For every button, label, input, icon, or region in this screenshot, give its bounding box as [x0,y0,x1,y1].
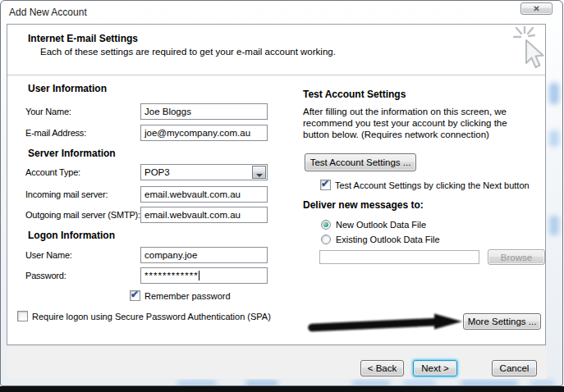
glass-reflection [352,381,390,386]
next-button[interactable]: Next > [413,360,457,376]
server-information-heading: Server Information [28,148,116,159]
incoming-server-input[interactable] [140,186,268,203]
page-subtitle: Each of these settings are required to g… [40,47,336,57]
user-name-label: User Name: [25,250,72,260]
dropdown-button[interactable] [252,166,266,179]
remember-password-label: Remember password [144,291,231,301]
glass-reflection [461,381,518,386]
password-label: Password: [25,271,66,280]
spa-label: Require logon using Secure Password Auth… [32,312,271,321]
footer-bar: < Back Next > Cancel [7,345,547,379]
test-account-settings-button[interactable]: Test Account Settings ... [305,153,416,171]
existing-data-file-label: Existing Outlook Data File [336,235,440,244]
background-strip [0,386,564,392]
back-button[interactable]: < Back [360,360,404,376]
email-address-input[interactable] [140,125,268,141]
more-settings-button[interactable]: More Settings ... [463,313,541,330]
password-input[interactable]: ************ [140,267,268,284]
new-data-file-label: New Outlook Data File [336,220,426,230]
data-file-path-input[interactable] [319,250,479,264]
user-name-input[interactable] [140,247,268,263]
chevron-down-icon [256,174,263,177]
glass-reflection [530,381,555,386]
annotation-arrow-icon [303,312,470,335]
text-caret [199,271,199,280]
titlebar: Add New Account ✕ [1,1,562,24]
your-name-input[interactable] [140,103,268,120]
glass-reflection [549,216,559,235]
outgoing-server-label: Outgoing mail server (SMTP): [25,210,140,220]
logon-information-heading: Logon Information [28,230,115,241]
check-icon: ✔ [131,289,139,300]
existing-data-file-radio[interactable] [321,235,331,244]
incoming-server-label: Incoming mail server: [25,189,108,199]
header-divider [7,75,545,75]
close-button[interactable]: ✕ [520,2,553,15]
test-account-settings-heading: Test Account Settings [303,89,406,100]
spa-checkbox[interactable] [17,311,28,321]
new-data-file-radio[interactable] [321,220,331,230]
close-icon: ✕ [533,4,539,13]
your-name-label: Your Name: [25,107,71,116]
test-account-description: After filling out the information on thi… [303,106,534,140]
outgoing-server-input[interactable] [140,207,268,223]
window-title: Add New Account [9,7,87,18]
browse-button[interactable]: Browse [488,249,545,265]
glass-reflection [549,130,559,147]
glass-reflection [245,381,278,386]
password-masked-value: ************ [144,271,199,280]
click-cursor-icon [513,26,549,71]
glass-reflection [403,381,436,386]
check-icon: ✔ [321,178,329,189]
page-title: Internet E-mail Settings [28,33,138,44]
account-type-dropdown[interactable]: POP3 [140,164,268,180]
test-on-next-label: Test Account Settings by clicking the Ne… [335,180,530,190]
test-on-next-checkbox[interactable]: ✔ [320,180,331,190]
glass-reflection [177,381,217,386]
dialog-body-panel: Internet E-mail Settings Each of these s… [7,24,546,345]
email-address-label: E-mail Address: [25,128,86,138]
account-type-value: POP3 [144,167,170,177]
cancel-button[interactable]: Cancel [492,360,537,376]
glass-reflection [549,83,559,104]
add-new-account-dialog: Add New Account ✕ Internet E-mail Settin… [0,0,563,386]
user-information-heading: User Information [28,83,107,94]
remember-password-checkbox[interactable]: ✔ [130,290,140,301]
account-type-label: Account Type: [25,167,80,177]
deliver-heading: Deliver new messages to: [303,199,424,211]
radio-dot-icon [323,222,328,227]
